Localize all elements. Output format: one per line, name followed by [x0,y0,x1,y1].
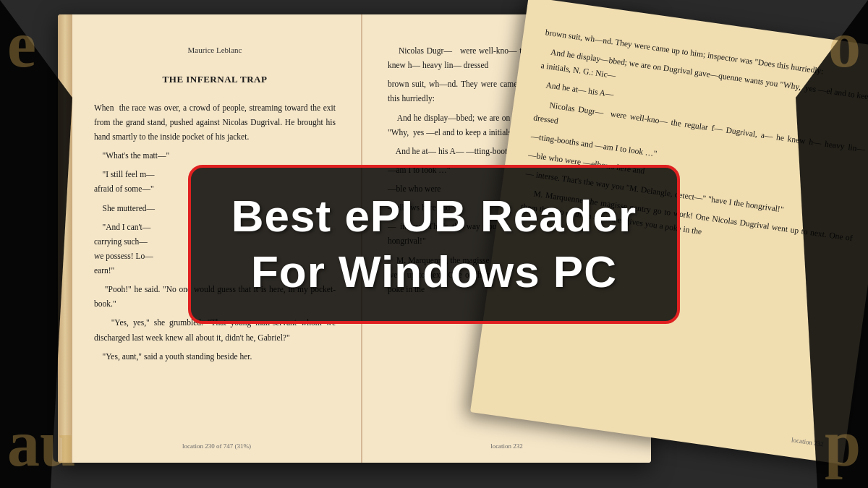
corner-letter-tr: o [828,7,861,82]
title-line2: For Windows PC [251,247,617,296]
corner-letter-br: p [825,406,861,481]
book-right-location: location 232 [490,441,523,452]
corner-letter-tl: e [7,7,36,82]
title-line1: Best ePUB Reader [231,192,637,241]
background: Maurice Leblanc THE INFERNAL TRAP When t… [0,0,868,488]
corner-letter-bl: au [7,406,76,481]
title-overlay-box: Best ePUB Reader For Windows PC [188,165,680,324]
book-left-location: location 230 of 747 (31%) [182,441,251,452]
chapter-title: THE INFERNAL TRAP [94,72,336,87]
book-author: Maurice Leblanc [94,43,336,57]
